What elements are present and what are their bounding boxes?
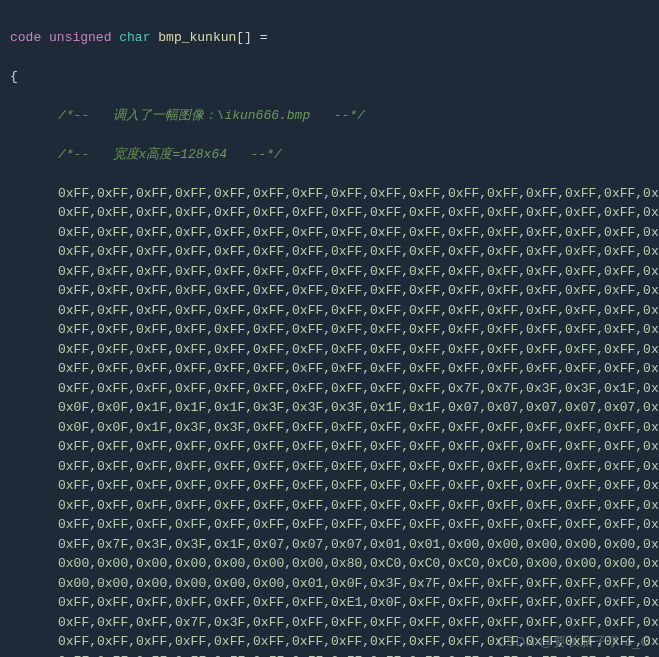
hex-line: 0xFF,0xFF,0xFF,0x7F,0x3F,0xFF,0xFF,0xFF,…	[10, 613, 649, 633]
declaration-line: code unsigned char bmp_kunkun[] =	[10, 28, 649, 48]
keyword-code: code	[10, 30, 41, 45]
comment-dimensions: /*-- 宽度x高度=128x64 --*/	[10, 145, 649, 165]
keyword-unsigned: unsigned	[49, 30, 111, 45]
hex-line: 0xFF,0x7F,0x3F,0x3F,0x1F,0x07,0x07,0x07,…	[10, 535, 649, 555]
hex-line: 0xFF,0xFF,0xFF,0xFF,0xFF,0xFF,0xFF,0xFF,…	[10, 262, 649, 282]
hex-line: 0xFF,0xFF,0xFF,0xFF,0xFF,0xFF,0xFF,0xFF,…	[10, 320, 649, 340]
brackets: []	[236, 30, 252, 45]
hex-line: 0xFF,0xFF,0xFF,0xFF,0xFF,0xFF,0xFF,0xFF,…	[10, 359, 649, 379]
hex-line: 0xFF,0xFF,0xFF,0xFF,0xFF,0xFF,0xFF,0xFF,…	[10, 340, 649, 360]
hex-line: 0x00,0x00,0x00,0x00,0x00,0x00,0x00,0x80,…	[10, 554, 649, 574]
hex-data-block: 0xFF,0xFF,0xFF,0xFF,0xFF,0xFF,0xFF,0xFF,…	[10, 184, 649, 658]
hex-line: 0xFF,0xFF,0xFF,0xFF,0xFF,0xFF,0xFF,0xFF,…	[10, 476, 649, 496]
hex-line: 0xFF,0xFF,0xFF,0xFF,0xFF,0xFF,0xFF,0xFF,…	[10, 515, 649, 535]
hex-line: 0xFF,0xFF,0xFF,0xFF,0xFF,0xFF,0xFF,0xFF,…	[10, 184, 649, 204]
hex-line: 0xFF,0xFF,0xFF,0xFF,0xFF,0xFF,0xFF,0xFF,…	[10, 223, 649, 243]
hex-line: 0x00,0x00,0x00,0x00,0x00,0x00,0x01,0x0F,…	[10, 574, 649, 594]
type-char: char	[119, 30, 150, 45]
hex-line: 0xFF,0xFF,0xFF,0xFF,0xFF,0xFF,0xFF,0xFF,…	[10, 379, 649, 399]
hex-line: 0xFF,0xFF,0xFF,0xFF,0xFF,0xFF,0xFF,0xFF,…	[10, 457, 649, 477]
hex-line: 0xFF,0xFF,0xFF,0xFF,0xFF,0xFF,0xFF,0xFF,…	[10, 496, 649, 516]
hex-line: 0xFF,0xFF,0xFF,0xFF,0xFF,0xFF,0xFF,0xFF,…	[10, 242, 649, 262]
hex-line: 0xFF,0xFF,0xFF,0xFF,0xFF,0xFF,0xFF,0xFF,…	[10, 652, 649, 658]
hex-line: 0xFF,0xFF,0xFF,0xFF,0xFF,0xFF,0xFF,0xFF,…	[10, 437, 649, 457]
assign: =	[252, 30, 268, 45]
hex-line: 0x0F,0x0F,0x1F,0x1F,0x1F,0x3F,0x3F,0x3F,…	[10, 398, 649, 418]
hex-line: 0xFF,0xFF,0xFF,0xFF,0xFF,0xFF,0xFF,0xFF,…	[10, 203, 649, 223]
hex-line: 0x0F,0x0F,0x1F,0x3F,0x3F,0xFF,0xFF,0xFF,…	[10, 418, 649, 438]
hex-line: 0xFF,0xFF,0xFF,0xFF,0xFF,0xFF,0xFF,0xFF,…	[10, 301, 649, 321]
code-block: code unsigned char bmp_kunkun[] = { /*--…	[0, 0, 659, 657]
comment-image: /*-- 调入了一幅图像：\ikun666.bmp --*/	[10, 106, 649, 126]
brace-open: {	[10, 67, 649, 87]
identifier: bmp_kunkun	[158, 30, 236, 45]
hex-line: 0xFF,0xFF,0xFF,0xFF,0xFF,0xFF,0xFF,0xFF,…	[10, 281, 649, 301]
hex-line: 0xFF,0xFF,0xFF,0xFF,0xFF,0xFF,0xFF,0xFF,…	[10, 632, 649, 652]
hex-line: 0xFF,0xFF,0xFF,0xFF,0xFF,0xFF,0xFF,0xE1,…	[10, 593, 649, 613]
